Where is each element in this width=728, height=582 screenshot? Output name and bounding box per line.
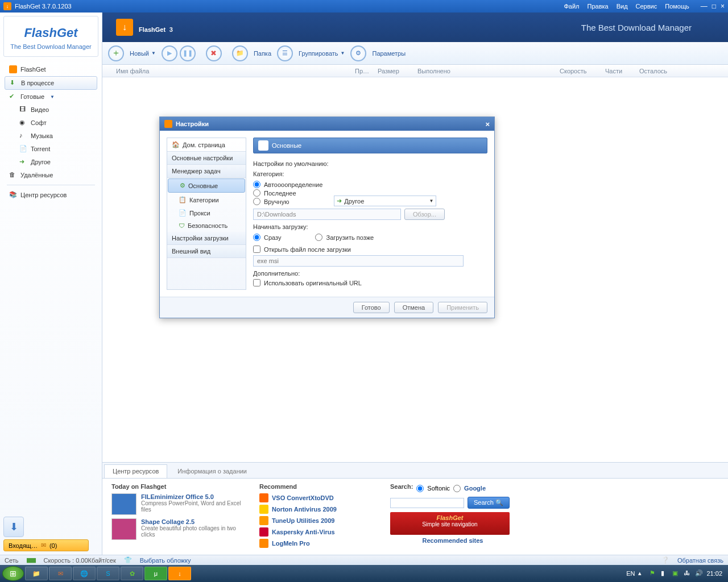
feedback-link[interactable]: Обратная связь bbox=[677, 557, 723, 564]
start-button[interactable]: ⊞ bbox=[2, 566, 24, 581]
settings-button[interactable]: ⚙ bbox=[350, 45, 366, 61]
nav-appearance[interactable]: Внешний вид bbox=[167, 245, 246, 258]
nav-basic-settings[interactable]: Основные настройки bbox=[167, 152, 246, 165]
task-explorer[interactable]: 📁 bbox=[25, 567, 48, 580]
new-button[interactable]: ＋ bbox=[108, 45, 124, 61]
recommend-item[interactable]: Kaspersky Anti-Virus bbox=[259, 527, 379, 537]
incoming-button[interactable]: Входящ… ✉ (0) bbox=[3, 539, 89, 551]
drop-target[interactable]: ⬇ bbox=[3, 517, 24, 537]
group-button[interactable]: ☰ bbox=[277, 45, 293, 61]
task-chrome[interactable]: 🌐 bbox=[73, 567, 96, 580]
new-button-label[interactable]: Новый▼ bbox=[126, 48, 159, 59]
maximize-button[interactable]: □ bbox=[712, 2, 716, 10]
nav-categories[interactable]: 📋Категории bbox=[167, 193, 246, 206]
recommend-item[interactable]: LogMeIn Pro bbox=[259, 539, 379, 548]
nav-home[interactable]: 🏠Дом. страница bbox=[167, 138, 246, 152]
done-button[interactable]: Готово bbox=[353, 302, 390, 313]
cancel-button[interactable]: Отмена bbox=[394, 302, 433, 313]
open-after-checkbox[interactable] bbox=[253, 246, 260, 253]
sidebar-item-in-progress[interactable]: ⬇В процессе bbox=[5, 76, 97, 90]
sidebar-item-other[interactable]: ➜Другое bbox=[5, 156, 97, 168]
dialog-close-button[interactable]: × bbox=[485, 120, 490, 128]
col-pr[interactable]: Пр… bbox=[355, 68, 378, 74]
menu-file[interactable]: Файл bbox=[564, 3, 579, 10]
task-utorrent[interactable]: μ bbox=[144, 567, 167, 580]
minimize-button[interactable]: — bbox=[701, 2, 708, 10]
tab-task-info[interactable]: Информация о задании bbox=[169, 464, 255, 478]
close-button[interactable]: × bbox=[721, 2, 725, 10]
col-filename[interactable]: Имя файла bbox=[116, 68, 355, 74]
sidebar-item-software[interactable]: ◉Софт bbox=[5, 117, 97, 129]
tray-up-icon[interactable]: ▴ bbox=[638, 569, 646, 577]
folder-button[interactable]: 📁 bbox=[232, 45, 248, 61]
menu-view[interactable]: Вид bbox=[617, 3, 628, 10]
start-later-radio[interactable] bbox=[315, 234, 322, 241]
gear-icon: ⚙ bbox=[180, 182, 185, 189]
nav-security[interactable]: 🛡Безопасность bbox=[167, 219, 246, 232]
menu-service[interactable]: Сервис bbox=[636, 3, 657, 10]
category-select[interactable]: ➜Другое▼ bbox=[334, 196, 436, 206]
folder-button-label[interactable]: Папка bbox=[250, 48, 275, 59]
cat-last-radio[interactable] bbox=[253, 189, 260, 197]
group-button-label[interactable]: Группировать▼ bbox=[295, 48, 348, 59]
col-parts[interactable]: Части bbox=[605, 68, 639, 74]
task-icq[interactable]: ✿ bbox=[121, 567, 143, 580]
today-item[interactable]: FILEminimizer Office 5.0Compress PowerPo… bbox=[111, 493, 248, 515]
search-button[interactable]: Search 🔍 bbox=[468, 497, 510, 509]
search-softonic-radio[interactable] bbox=[416, 485, 424, 492]
tray-volume-icon[interactable]: 🔊 bbox=[695, 569, 703, 577]
task-flashget[interactable]: ↓ bbox=[168, 567, 191, 580]
settings-button-label[interactable]: Параметры bbox=[369, 48, 409, 59]
sidebar-item-music[interactable]: ♪Музыка bbox=[5, 130, 97, 142]
today-item[interactable]: Shape Collage 2.5Create beautiful photo … bbox=[111, 518, 248, 540]
tab-resource-center[interactable]: Центр ресурсов bbox=[104, 464, 167, 478]
task-skype[interactable]: S bbox=[97, 567, 119, 580]
dialog-nav: 🏠Дом. страница Основные настройки Менедж… bbox=[167, 138, 246, 290]
tray-net-icon[interactable]: 🖧 bbox=[684, 569, 692, 577]
nav-task-manager[interactable]: Менеджер задач bbox=[167, 165, 246, 178]
clock[interactable]: 21:02 bbox=[706, 570, 722, 577]
tray-flag-icon[interactable]: ⚑ bbox=[650, 569, 657, 577]
apply-button[interactable]: Применить bbox=[438, 302, 487, 313]
sidebar-item-deleted[interactable]: 🗑Удалённые bbox=[5, 169, 97, 181]
col-remaining[interactable]: Осталось bbox=[639, 68, 679, 74]
col-size[interactable]: Размер bbox=[378, 68, 417, 74]
skin-link[interactable]: Выбрать обложку bbox=[140, 557, 191, 564]
task-mail[interactable]: ✉ bbox=[49, 567, 72, 580]
app-icon: ↓ bbox=[3, 2, 11, 10]
sidebar-item-video[interactable]: 🎞Видео bbox=[5, 103, 97, 116]
browse-button[interactable]: Обзор... bbox=[404, 209, 445, 220]
col-done[interactable]: Выполнено bbox=[417, 68, 560, 74]
tray-ut-icon[interactable]: ▣ bbox=[672, 569, 680, 577]
nav-basic[interactable]: ⚙Основные bbox=[168, 178, 245, 193]
sidebar-item-torrent[interactable]: 📄Torrent bbox=[5, 143, 97, 155]
sidebar-item-flashget[interactable]: FlashGet bbox=[5, 63, 97, 76]
start-button[interactable]: ▶ bbox=[162, 45, 177, 61]
pause-button[interactable]: ❚❚ bbox=[180, 45, 196, 61]
menu-help[interactable]: Помощь bbox=[665, 3, 689, 10]
sidebar-item-completed[interactable]: ✔Готовые▼ bbox=[5, 90, 97, 103]
extensions-input[interactable] bbox=[253, 255, 464, 267]
lang-indicator[interactable]: EN bbox=[626, 570, 635, 577]
orig-url-checkbox[interactable] bbox=[253, 279, 260, 286]
trash-icon: 🗑 bbox=[9, 171, 17, 179]
flashget-ad-banner[interactable]: FlashGet Simple site navigation bbox=[390, 512, 510, 535]
recommended-sites-link[interactable]: Recommended sites bbox=[390, 537, 515, 544]
path-input[interactable] bbox=[253, 209, 401, 220]
recommend-item[interactable]: Norton Antivirus 2009 bbox=[259, 505, 379, 514]
delete-button[interactable]: ✖ bbox=[206, 45, 222, 61]
start-now-radio[interactable] bbox=[253, 234, 260, 241]
recommend-item[interactable]: TuneUp Utilities 2009 bbox=[259, 516, 379, 525]
menu-edit[interactable]: Правка bbox=[587, 3, 608, 10]
recommend-item[interactable]: VSO ConvertXtoDVD bbox=[259, 493, 379, 502]
sidebar-item-resource-center[interactable]: 📚Центр ресурсов bbox=[5, 189, 97, 201]
col-speed[interactable]: Скорость bbox=[560, 68, 605, 74]
cat-auto-radio[interactable] bbox=[253, 181, 260, 188]
nav-download-settings[interactable]: Настройки загрузки bbox=[167, 232, 246, 245]
search-input[interactable] bbox=[390, 498, 464, 508]
pause-icon: ❚❚ bbox=[183, 49, 193, 57]
search-google-radio[interactable] bbox=[453, 485, 461, 492]
nav-proxy[interactable]: 📄Прокси bbox=[167, 206, 246, 219]
tray-app-icon[interactable]: ▮ bbox=[661, 569, 669, 577]
cat-manual-radio[interactable] bbox=[253, 198, 260, 205]
